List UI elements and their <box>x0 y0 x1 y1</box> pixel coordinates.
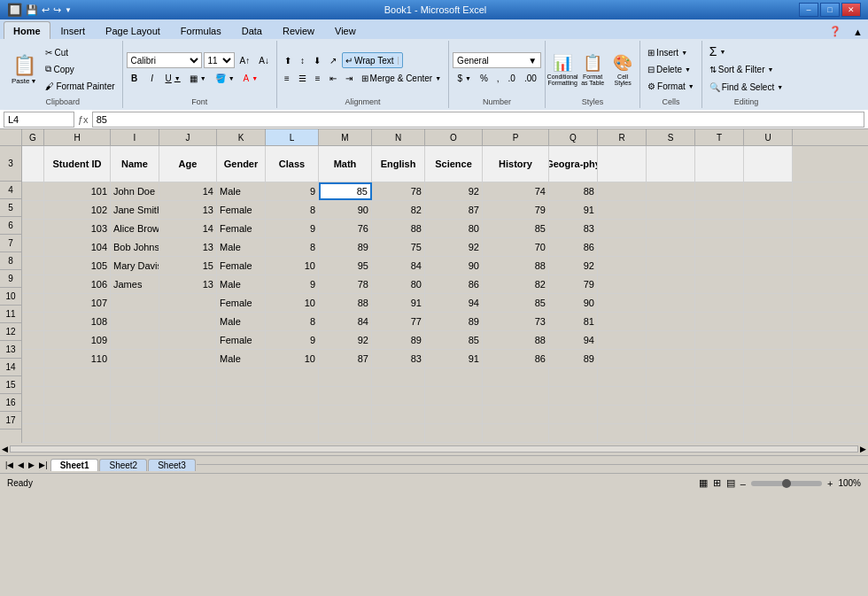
fill-color-button[interactable]: 🪣▼ <box>212 70 238 86</box>
format-as-table-button[interactable]: 📋 Format as Table <box>579 51 606 87</box>
cell-M5[interactable]: 90 <box>319 201 372 219</box>
cell-P17[interactable] <box>483 424 549 442</box>
cell-L11[interactable]: 8 <box>266 313 319 330</box>
cell-I9[interactable]: James <box>111 275 159 293</box>
cell-I14[interactable] <box>111 368 159 386</box>
cell-I3[interactable]: Name <box>111 146 159 182</box>
cell-L16[interactable] <box>266 406 319 423</box>
cell-I15[interactable] <box>111 387 159 405</box>
cell-L5[interactable]: 8 <box>266 201 319 219</box>
normal-view-button[interactable]: ▦ <box>699 477 708 489</box>
cell-H17[interactable] <box>44 424 111 442</box>
cell-P6[interactable]: 85 <box>483 220 549 237</box>
sheet-nav-prev[interactable]: ◀ <box>16 461 26 469</box>
conditional-formatting-button[interactable]: 📊 Conditional Formatting <box>549 51 576 87</box>
find-select-button[interactable]: 🔍 Find & Select ▼ <box>706 79 787 95</box>
cell-P13[interactable]: 86 <box>483 350 549 368</box>
cell-O6[interactable]: 80 <box>425 220 483 237</box>
quick-access-save[interactable]: 💾 <box>26 4 38 16</box>
select-all-button[interactable] <box>0 129 22 145</box>
align-right-button[interactable]: ≡ <box>312 70 324 86</box>
cell-T14[interactable] <box>695 368 744 386</box>
cell-M4-active[interactable]: 85 <box>319 182 372 200</box>
cell-G6[interactable] <box>22 220 44 237</box>
cell-I11[interactable] <box>111 313 159 330</box>
col-header-H[interactable]: H <box>44 129 111 145</box>
col-header-L[interactable]: L <box>266 129 319 145</box>
cell-O5[interactable]: 87 <box>425 201 483 219</box>
cell-L6[interactable]: 9 <box>266 220 319 237</box>
tab-data[interactable]: Data <box>232 21 272 39</box>
cell-N6[interactable]: 88 <box>372 220 425 237</box>
cell-J4[interactable]: 14 <box>159 182 217 200</box>
cell-Q3[interactable]: Geogra-phy <box>549 146 598 182</box>
sheet-tab-2[interactable]: Sheet2 <box>99 459 147 471</box>
cell-S9[interactable] <box>647 275 695 293</box>
cell-R14[interactable] <box>598 368 647 386</box>
cell-O4[interactable]: 92 <box>425 182 483 200</box>
cell-K13[interactable]: Male <box>217 350 266 368</box>
cell-P15[interactable] <box>483 387 549 405</box>
cell-H4[interactable]: 101 <box>44 182 111 200</box>
tab-view[interactable]: View <box>325 21 366 39</box>
cell-K12[interactable]: Female <box>217 331 266 349</box>
cell-P7[interactable]: 70 <box>483 238 549 256</box>
cell-R11[interactable] <box>598 313 647 330</box>
cell-M6[interactable]: 76 <box>319 220 372 237</box>
currency-button[interactable]: $▼ <box>453 70 475 86</box>
cell-H14[interactable] <box>44 368 111 386</box>
tab-formulas[interactable]: Formulas <box>171 21 231 39</box>
cell-G14[interactable] <box>22 368 44 386</box>
cell-L3[interactable]: Class <box>266 146 319 182</box>
row-header-7[interactable]: 7 <box>0 235 21 252</box>
cell-H9[interactable]: 106 <box>44 275 111 293</box>
increase-font-button[interactable]: A↑ <box>236 52 254 68</box>
cell-K11[interactable]: Male <box>217 313 266 330</box>
cell-Q15[interactable] <box>549 387 598 405</box>
cell-O16[interactable] <box>425 406 483 423</box>
cell-U12[interactable] <box>744 331 793 349</box>
cell-H15[interactable] <box>44 387 111 405</box>
row-header-11[interactable]: 11 <box>0 306 21 323</box>
decrease-decimal-button[interactable]: .0 <box>505 70 519 86</box>
cell-K10[interactable]: Female <box>217 294 266 312</box>
cell-M13[interactable]: 87 <box>319 350 372 368</box>
cell-U6[interactable] <box>744 220 793 237</box>
paste-button[interactable]: 📋 Paste▼ <box>7 52 41 87</box>
cell-G5[interactable] <box>22 201 44 219</box>
row-header-3[interactable]: 3 <box>0 146 21 182</box>
cell-Q10[interactable]: 90 <box>549 294 598 312</box>
align-middle-button[interactable]: ↕ <box>297 52 308 68</box>
autosum-button[interactable]: Σ▼ <box>706 43 730 59</box>
cell-H3[interactable]: Student ID <box>44 146 111 182</box>
delete-cells-button[interactable]: ⊟ Delete ▼ <box>644 61 698 77</box>
cell-O8[interactable]: 90 <box>425 257 483 275</box>
cell-J7[interactable]: 13 <box>159 238 217 256</box>
sheet-nav-next[interactable]: ▶ <box>27 461 36 469</box>
zoom-level[interactable]: 100% <box>838 478 861 488</box>
cell-K17[interactable] <box>217 424 266 442</box>
font-color-button[interactable]: A▼ <box>240 70 262 86</box>
cell-S16[interactable] <box>647 406 695 423</box>
cell-I16[interactable] <box>111 406 159 423</box>
cell-H16[interactable] <box>44 406 111 423</box>
cell-H12[interactable]: 109 <box>44 331 111 349</box>
cell-S5[interactable] <box>647 201 695 219</box>
cell-U16[interactable] <box>744 406 793 423</box>
cell-R17[interactable] <box>598 424 647 442</box>
cell-N11[interactable]: 77 <box>372 313 425 330</box>
cell-T3[interactable] <box>695 146 744 182</box>
cell-H11[interactable]: 108 <box>44 313 111 330</box>
cell-P14[interactable] <box>483 368 549 386</box>
row-header-15[interactable]: 15 <box>0 376 21 394</box>
cell-O14[interactable] <box>425 368 483 386</box>
cell-J3[interactable]: Age <box>159 146 217 182</box>
wrap-text-button[interactable]: ↵ Wrap Text | <box>342 52 403 68</box>
cell-J13[interactable] <box>159 350 217 368</box>
cell-styles-button[interactable]: 🎨 Cell Styles <box>609 51 636 87</box>
cell-Q11[interactable]: 81 <box>549 313 598 330</box>
cell-U7[interactable] <box>744 238 793 256</box>
cell-I12[interactable] <box>111 331 159 349</box>
cell-J11[interactable] <box>159 313 217 330</box>
cell-H13[interactable]: 110 <box>44 350 111 368</box>
